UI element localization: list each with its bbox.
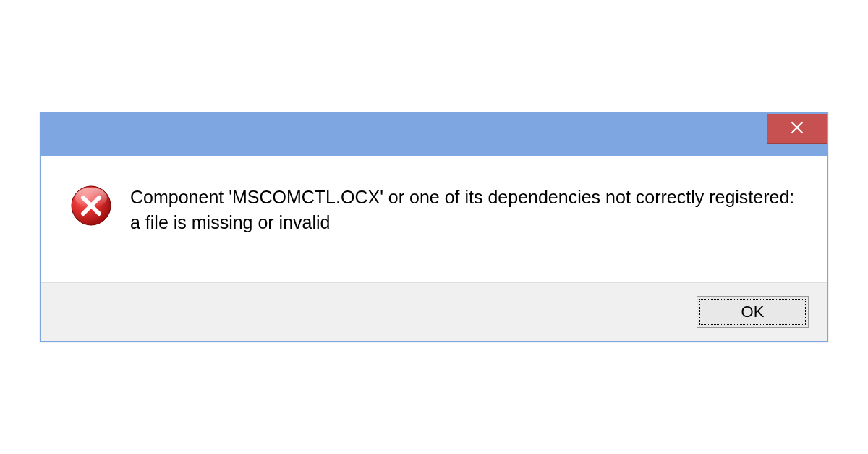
- close-button[interactable]: [767, 114, 827, 144]
- error-icon: [70, 217, 112, 229]
- error-message: Component 'MSCOMCTL.OCX' or one of its d…: [130, 181, 798, 235]
- button-area: OK: [41, 282, 827, 341]
- close-icon: [790, 120, 804, 137]
- error-icon-wrapper: [70, 181, 112, 230]
- dialog-content: Component 'MSCOMCTL.OCX' or one of its d…: [41, 156, 827, 282]
- error-dialog: Component 'MSCOMCTL.OCX' or one of its d…: [40, 112, 828, 342]
- titlebar: [41, 114, 827, 156]
- ok-button[interactable]: OK: [697, 296, 809, 328]
